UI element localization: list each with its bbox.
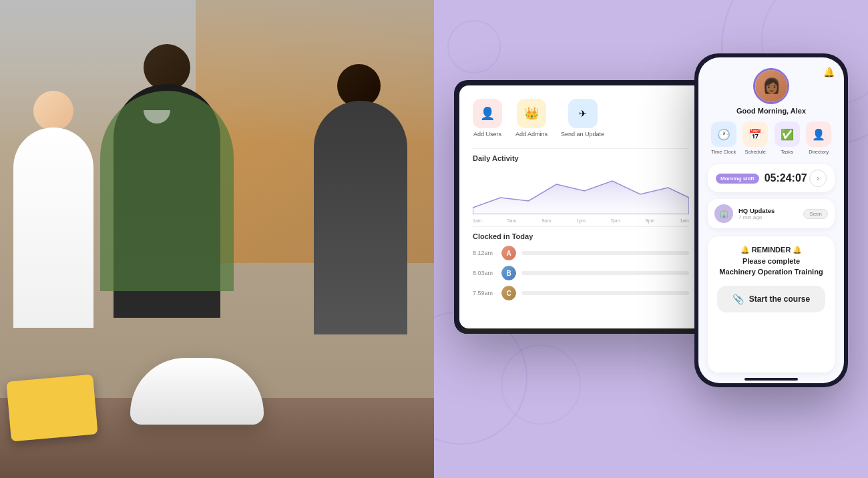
phone-bottom-bar — [744, 378, 798, 381]
reminder-line3: Machinery Operation Training — [719, 268, 823, 276]
divider-1 — [473, 148, 689, 149]
phone-screen: 🔔 👩🏾 Good Morning, Alex 🕐 Tim — [698, 57, 844, 383]
morning-shift-badge: Morning shift — [716, 174, 759, 184]
add-users-label: Add Users — [473, 131, 501, 138]
seen-badge: Seen — [803, 209, 828, 219]
reminder-label: REMINDER — [752, 246, 791, 254]
daily-activity-title: Daily Activity — [473, 154, 689, 162]
reminder-emoji-bell: 🔔 — [740, 246, 750, 254]
update-row[interactable]: 🏢 HQ Updates 7 min ago Seen — [708, 199, 835, 228]
clocked-bar-1 — [521, 251, 689, 255]
clocked-row-3: 7:59am C — [473, 286, 689, 300]
laptop-screen: 👤 Add Users 👑 Add Admins ✈ Send an Updat… — [459, 85, 702, 328]
laptop-icon-add-admins: 👑 Add Admins — [515, 99, 548, 138]
time-clock-icon: 🕐 — [711, 122, 736, 147]
laptop-content: 👤 Add Users 👑 Add Admins ✈ Send an Updat… — [459, 85, 702, 328]
clocked-avatar-3: C — [501, 286, 516, 300]
send-update-icon: ✈ — [568, 99, 598, 128]
laptop-icon-send-update: ✈ Send an Update — [561, 99, 604, 138]
tasks-label: Tasks — [781, 149, 793, 155]
start-course-label: Start the course — [749, 294, 810, 304]
left-panel — [0, 0, 434, 478]
clocked-time-3: 7:59am — [473, 290, 496, 296]
clocked-bar-3 — [521, 291, 689, 295]
directory-label: Directory — [809, 149, 829, 155]
phone-device: 🔔 👩🏾 Good Morning, Alex 🕐 Tim — [694, 53, 848, 387]
start-course-icon: 📎 — [732, 294, 744, 304]
update-icon: 🏢 — [714, 204, 733, 223]
clocked-bar-2 — [521, 271, 689, 275]
action-tasks[interactable]: ✅ Tasks — [775, 122, 800, 155]
bell-icon: 🔔 — [823, 67, 835, 77]
laptop-device: 👤 Add Users 👑 Add Admins ✈ Send an Updat… — [454, 80, 708, 334]
clocked-time-1: 8:12am — [473, 250, 496, 256]
send-update-label: Send an Update — [561, 131, 604, 138]
deco-circle-5 — [447, 20, 501, 73]
timer-arrow-button[interactable]: › — [809, 170, 827, 187]
add-users-icon: 👤 — [473, 99, 502, 128]
tasks-icon: ✅ — [775, 122, 800, 147]
clocked-time-2: 8:03am — [473, 270, 496, 276]
clocked-avatar-1: A — [501, 246, 516, 260]
add-admins-label: Add Admins — [515, 131, 548, 138]
clocked-row-2: 8:03am B — [473, 266, 689, 280]
phone-avatar: 👩🏾 — [753, 68, 789, 104]
update-time: 7 min ago — [738, 214, 803, 220]
daily-activity-chart: 1am 5am 9am 1pm 5pm 9pm 1am — [473, 168, 689, 221]
update-text: HQ Updates 7 min ago — [738, 207, 803, 220]
action-directory[interactable]: 👤 Directory — [806, 122, 831, 155]
phone-quick-actions: 🕐 Time Clock 📅 Schedule ✅ Tasks 👤 Direct… — [708, 122, 835, 155]
clocked-row-1: 8:12am A — [473, 246, 689, 260]
action-schedule[interactable]: 📅 Schedule — [742, 122, 768, 155]
timer-row: Morning shift 05:24:07 › — [708, 164, 835, 192]
laptop-icon-add-users: 👤 Add Users — [473, 99, 502, 138]
phone-timer: 05:24:07 — [765, 172, 809, 184]
directory-icon: 👤 — [806, 122, 831, 147]
add-admins-icon: 👑 — [517, 99, 546, 128]
phone-avatar-section: 👩🏾 Good Morning, Alex — [708, 68, 835, 115]
start-course-button[interactable]: 📎 Start the course — [717, 286, 825, 312]
chart-x-labels: 1am 5am 9am 1pm 5pm 9pm 1am — [473, 218, 689, 223]
reminder-section: 🔔 REMINDER 🔔 Please complete Machinery O… — [708, 236, 835, 373]
deco-circle-4 — [501, 344, 581, 425]
clocked-in-title: Clocked in Today — [473, 232, 689, 240]
phone-content: 🔔 👩🏾 Good Morning, Alex 🕐 Tim — [698, 57, 844, 383]
update-title: HQ Updates — [738, 207, 803, 214]
reminder-text: 🔔 REMINDER 🔔 Please complete Machinery O… — [717, 244, 825, 278]
action-time-clock[interactable]: 🕐 Time Clock — [711, 122, 736, 155]
clocked-avatar-2: B — [501, 266, 516, 280]
schedule-icon: 📅 — [742, 122, 768, 147]
reminder-line2: Please complete — [742, 257, 800, 265]
right-panel: 👤 Add Users 👑 Add Admins ✈ Send an Updat… — [434, 0, 868, 478]
schedule-label: Schedule — [745, 149, 766, 155]
reminder-emoji-bell-2: 🔔 — [793, 246, 802, 254]
divider-2 — [473, 226, 689, 227]
phone-greeting: Good Morning, Alex — [736, 107, 806, 115]
time-clock-label: Time Clock — [711, 149, 736, 155]
laptop-icons-row: 👤 Add Users 👑 Add Admins ✈ Send an Updat… — [473, 99, 689, 138]
photo-background — [0, 0, 434, 478]
avatar-image: 👩🏾 — [755, 70, 787, 102]
